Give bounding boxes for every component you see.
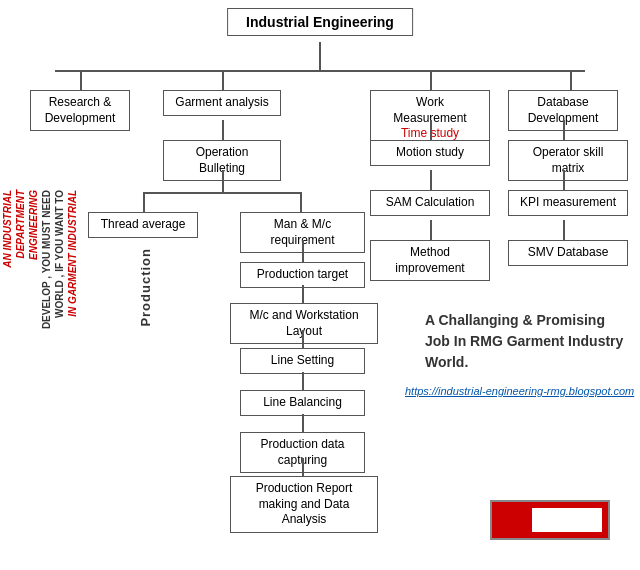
conn-prodtgt-v (302, 240, 304, 262)
promo-text: A Challanging & Promising Job In RMG Gar… (425, 310, 625, 373)
rotated-6: IN GARMENT INDUSTRIAL (67, 190, 78, 317)
smv-box: SMV Database (508, 240, 628, 266)
conn-pdc-v (302, 414, 304, 432)
conn-kpi-v (563, 170, 565, 190)
production-label: Production (138, 248, 153, 327)
conn-op-v (222, 120, 224, 140)
rotated-3: ENGINEERING (28, 190, 39, 260)
conn-motion-v (430, 120, 432, 140)
conn-lb-v (302, 372, 304, 390)
rotated-1: AN INDUSTRIAL (2, 190, 13, 268)
thread-box: Thread average (88, 212, 198, 238)
conn-method-v (430, 220, 432, 240)
motion-box: Motion study (370, 140, 490, 166)
conn-thread-v (143, 192, 145, 212)
conn-pr-v (302, 458, 304, 476)
method-box: Method improvement (370, 240, 490, 281)
prod-report-box: Production Report making and Data Analys… (230, 476, 378, 533)
url-text[interactable]: https://industrial-engineering-rmg.blogs… (405, 385, 635, 397)
conn-ls-v (302, 330, 304, 348)
connector-garment-v (222, 70, 224, 90)
connector-wm-v (430, 70, 432, 90)
conn-op-down-v (222, 170, 224, 192)
banner-white-bar (532, 508, 602, 532)
page-wrapper: Industrial Engineering Research & Develo… (0, 0, 640, 570)
rotated-text-area: AN INDUSTRIAL DEPARTMENT ENGINEERING DEV… (2, 190, 78, 550)
connector-top-h (55, 70, 585, 72)
research-box: Research & Development (30, 90, 130, 131)
connector-research-v (80, 70, 82, 90)
conn-split-h (143, 192, 300, 194)
kpi-box: KPI measurement (508, 190, 628, 216)
conn-mcwl-v (302, 285, 304, 303)
conn-sam-v (430, 170, 432, 190)
connector-title-down (319, 42, 321, 70)
garment-box: Garment analysis (163, 90, 281, 116)
operator-skill-box: Operator skill matrix (508, 140, 628, 181)
sam-box: SAM Calculation (370, 190, 490, 216)
conn-man-v (300, 192, 302, 212)
red-banner (490, 500, 610, 540)
prod-target-box: Production target (240, 262, 365, 288)
rotated-5: WORLD , IF YOU WANT TO (54, 190, 65, 318)
rotated-2: DEPARTMENT (15, 190, 26, 259)
mc-workstation-box: M/c and Workstation Layout (230, 303, 378, 344)
line-setting-box: Line Setting (240, 348, 365, 374)
main-title: Industrial Engineering (227, 8, 413, 36)
rotated-4: DEVELOP , YOU MUST NEED (41, 190, 52, 329)
conn-opskill-v (563, 120, 565, 140)
conn-smv-v (563, 220, 565, 240)
connector-db-v (570, 70, 572, 90)
line-balancing-box: Line Balancing (240, 390, 365, 416)
